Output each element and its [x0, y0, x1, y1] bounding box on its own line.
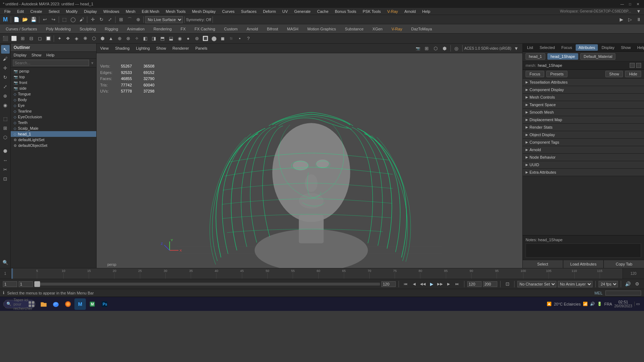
tab-poly-modeling[interactable]: Poly Modeling	[42, 25, 75, 33]
play-icon[interactable]: ▶	[428, 280, 435, 288]
tb2-icon13[interactable]: ▲	[107, 35, 115, 43]
outliner-item-tongue[interactable]: ◇ Tongue	[11, 91, 96, 97]
tab-vray[interactable]: V-Ray	[387, 25, 406, 33]
tab-daztomaya[interactable]: DazToMaya	[407, 25, 436, 33]
menu-vray[interactable]: V-Ray	[384, 9, 401, 14]
redo-icon[interactable]: ↪	[49, 16, 57, 24]
tab-fx-caching[interactable]: FX Caching	[190, 25, 219, 33]
viewport-shading-menu[interactable]: Shading	[112, 45, 132, 51]
attr-section-header-mesh-component[interactable]: ▶ Component Display	[523, 86, 644, 93]
outliner-item-scalp[interactable]: ◇ Scalp_Male	[11, 125, 96, 131]
viewport-renderer-menu[interactable]: Renderer	[170, 45, 192, 51]
menu-edit[interactable]: Edit	[14, 9, 27, 14]
menu-mesh-tools[interactable]: Mesh Tools	[163, 9, 188, 14]
current-frame-input[interactable]	[3, 281, 17, 287]
edge-icon[interactable]	[50, 298, 62, 310]
collapse-icon[interactable]	[636, 63, 641, 68]
load-attributes-button[interactable]: Load Attributes	[564, 260, 604, 268]
close-button[interactable]: ✕	[635, 1, 641, 7]
rpanel-tab-selected[interactable]: Selected	[537, 44, 558, 51]
tab-curves-surfaces[interactable]: Curves / Surfaces	[1, 25, 41, 33]
menu-uv[interactable]: UV	[279, 9, 291, 14]
color-space-menu-icon[interactable]: ▼	[512, 44, 520, 52]
viewport-show-menu[interactable]: Show	[153, 45, 169, 51]
timeline-scrubber[interactable]	[34, 283, 380, 286]
tb2-icon8[interactable]: ❖	[64, 35, 72, 43]
tb2-icon20[interactable]: ⬓	[167, 35, 175, 43]
tab-bifrost[interactable]: Bifrost	[263, 25, 282, 33]
tab-custom[interactable]: Custom	[220, 25, 242, 33]
show-button[interactable]: Show	[605, 71, 623, 77]
workspace-menu-btn[interactable]: ▼	[635, 8, 643, 15]
tb2-icon7[interactable]: ✦	[55, 35, 63, 43]
tb2-icon16[interactable]: ✧	[133, 35, 141, 43]
menu-display[interactable]: Display	[81, 9, 100, 14]
tb2-icon2[interactable]: ⬜	[10, 35, 18, 43]
node-head1shape[interactable]: head_1Shape	[547, 53, 579, 60]
viewport-panel[interactable]: View Shading Lighting Show Renderer Pane…	[97, 44, 522, 268]
attr-section-header-displacement[interactable]: ▶ Displacement Map	[523, 116, 644, 123]
fps-select[interactable]: 24 fps	[599, 281, 618, 287]
tb2-icon23[interactable]: ⊛	[193, 35, 201, 43]
timeline-area[interactable]: 1 51015202530354045505560657075808590951…	[0, 268, 644, 279]
anim-layer-select[interactable]: No Anim Layer	[558, 281, 592, 287]
select-icon[interactable]: ⬚	[60, 16, 68, 24]
prev-key-icon[interactable]: ⏮	[402, 280, 410, 288]
slide-icon[interactable]: ↔	[1, 156, 10, 164]
tb2-icon10[interactable]: ❋	[81, 35, 89, 43]
menu-mesh-display[interactable]: Mesh Display	[189, 9, 219, 14]
new-scene-icon[interactable]: 📄	[13, 16, 20, 24]
attr-section-header-tangent[interactable]: ▶ Tangent Space	[523, 101, 644, 108]
tb2-icon28[interactable]: ▪	[236, 35, 244, 43]
rpanel-tab-attributes[interactable]: Attributes	[576, 44, 598, 51]
firefox-icon[interactable]	[62, 298, 74, 310]
snap-point-icon[interactable]: ⊕	[134, 16, 142, 24]
viewport-panels-menu[interactable]: Panels	[192, 45, 210, 51]
solid-icon[interactable]: ⬢	[441, 44, 449, 52]
tab-substance[interactable]: Substance	[341, 25, 368, 33]
node-head1[interactable]: head_1	[526, 53, 545, 60]
tab-rigging[interactable]: Rigging	[101, 25, 122, 33]
audio-icon[interactable]: 🔊	[624, 280, 632, 288]
attr-section-header-uuid[interactable]: ▶ UUID	[523, 161, 644, 168]
tab-arnold[interactable]: Arnold	[242, 25, 262, 33]
head-3d-view[interactable]: X Y Z	[97, 63, 522, 268]
menu-edit-mesh[interactable]: Edit Mesh	[139, 9, 162, 14]
select-button[interactable]: Select	[523, 260, 563, 268]
tb2-icon3[interactable]: ⊞	[19, 35, 26, 43]
outliner-item-teeth[interactable]: ◇ Teeth	[11, 120, 96, 125]
attr-section-header-tessellation[interactable]: ▶ Tessellation Attributes	[523, 79, 644, 86]
file-explorer-icon[interactable]	[38, 298, 49, 310]
menu-select[interactable]: Select	[46, 9, 63, 14]
tb2-icon17[interactable]: ◧	[141, 35, 149, 43]
select-tool-icon[interactable]: ↖	[1, 45, 10, 54]
attr-section-header-smooth-mesh[interactable]: ▶ Smooth Mesh	[523, 109, 644, 116]
tb2-icon22[interactable]: ●	[184, 35, 192, 43]
scale-tool-icon[interactable]: ⤢	[1, 82, 10, 91]
search-icon[interactable]: 🔍	[1, 258, 10, 267]
tb2-icon4[interactable]: ⊟	[27, 35, 35, 43]
menu-cache[interactable]: Cache	[314, 9, 331, 14]
tb2-icon11[interactable]: ⬡	[90, 35, 98, 43]
character-set-select[interactable]: No Character Set	[517, 281, 556, 287]
attr-section-header-extra[interactable]: ▶ Extra Attributes	[523, 169, 644, 176]
multi-cut-icon[interactable]: ✂	[1, 165, 10, 174]
tab-fx[interactable]: FX	[176, 25, 190, 33]
outliner-display-menu[interactable]: Display	[11, 53, 29, 58]
tb2-icon25[interactable]: ⬤	[210, 35, 218, 43]
attr-section-header-object-display[interactable]: ▶ Object Display	[523, 131, 644, 138]
tb2-icon12[interactable]: ⬢	[98, 35, 106, 43]
crease-icon[interactable]: ⬣	[1, 147, 10, 155]
rpanel-tab-help[interactable]: Help	[634, 44, 644, 51]
outliner-item-head1[interactable]: ◇ head_1	[11, 131, 96, 137]
move-tool-icon[interactable]: ✛	[1, 64, 10, 72]
outliner-filter-icon[interactable]: ▼	[91, 61, 94, 65]
attr-manip-icon[interactable]: ⊞	[1, 124, 10, 132]
menu-create[interactable]: Create	[28, 9, 45, 14]
settings-icon[interactable]: ⚙	[633, 280, 641, 288]
outliner-item-top[interactable]: 📷 top	[11, 74, 96, 80]
lasso-icon[interactable]: ◯	[69, 16, 77, 24]
outliner-item-body[interactable]: ◇ Body	[11, 97, 96, 103]
menu-mesh[interactable]: Mesh	[123, 9, 138, 14]
maya-taskbar-icon[interactable]: M	[74, 298, 86, 310]
